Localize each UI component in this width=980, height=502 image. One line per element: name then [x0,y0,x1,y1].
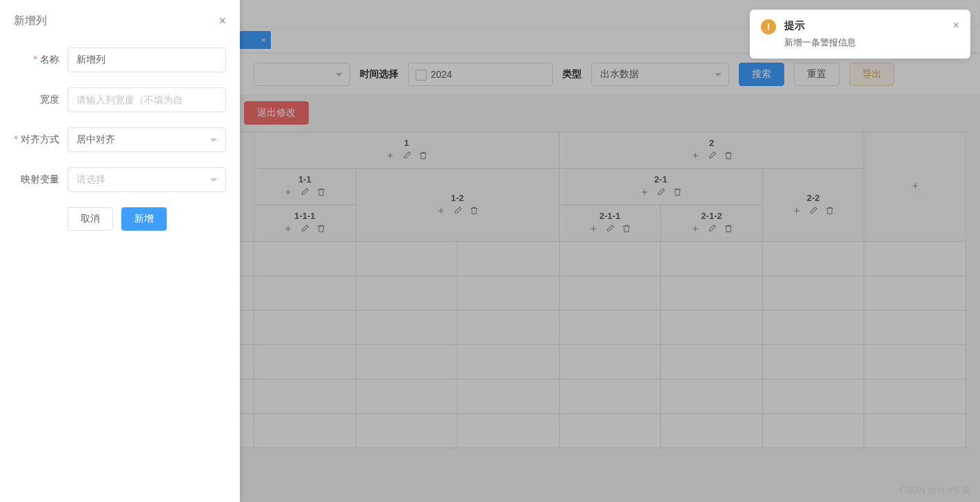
width-label: 宽度 [14,94,68,106]
warning-icon: ! [761,19,776,34]
drawer-title: 新增列 [14,14,47,28]
close-icon[interactable]: × [218,14,226,28]
align-select[interactable]: 居中对齐 [68,127,226,152]
name-input[interactable] [68,48,226,72]
cancel-button[interactable]: 取消 [68,207,113,231]
add-column-drawer: 新增列 × *名称 宽度 *对齐方式 居中对齐 映射变量 请选择 取消 新增 [0,0,240,502]
notification-toast: ! 提示 新增一条警报信息 × [750,10,970,59]
toast-message: 新增一条警报信息 [784,36,945,49]
mapvar-label: 映射变量 [14,174,68,186]
align-label: *对齐方式 [14,134,68,146]
width-input[interactable] [68,87,226,112]
mapvar-select[interactable]: 请选择 [68,167,226,192]
name-label: *名称 [14,54,68,66]
toast-title: 提示 [784,19,945,32]
confirm-button[interactable]: 新增 [121,207,167,231]
close-icon[interactable]: × [953,19,959,49]
